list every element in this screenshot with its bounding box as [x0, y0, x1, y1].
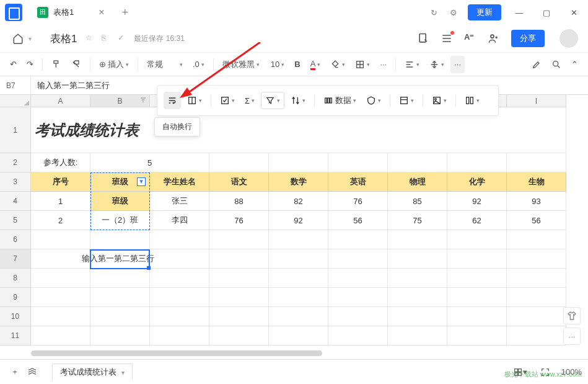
- validation-button[interactable]: ▾: [362, 92, 385, 109]
- fontsize-select[interactable]: 10▾: [267, 56, 288, 73]
- cell[interactable]: 85: [388, 192, 447, 211]
- header-cell[interactable]: 生物: [507, 172, 566, 192]
- clear-format-button[interactable]: [68, 56, 85, 73]
- cell[interactable]: 1: [31, 192, 90, 211]
- sheet-tab[interactable]: 考试成绩统计表▾: [52, 364, 133, 380]
- more-actions-icon[interactable]: ···: [563, 328, 581, 345]
- redo-button[interactable]: ↷: [23, 56, 37, 73]
- feedback-shirt-icon[interactable]: [563, 307, 581, 324]
- cell[interactable]: 62: [447, 211, 507, 230]
- document-title[interactable]: 表格1: [50, 32, 77, 46]
- freeze-button[interactable]: ▾: [395, 92, 418, 109]
- header-cell[interactable]: 化学: [447, 172, 507, 192]
- minimize-button[interactable]: —: [510, 3, 529, 22]
- row-header[interactable]: 7: [0, 249, 31, 269]
- search-button[interactable]: [548, 56, 565, 73]
- cell[interactable]: 88: [209, 192, 269, 211]
- settings-gear-icon[interactable]: ⚙: [448, 7, 459, 18]
- header-cell[interactable]: 物理: [388, 172, 447, 192]
- header-cell[interactable]: 序号: [31, 172, 90, 192]
- cell[interactable]: 92: [269, 211, 328, 230]
- horizontal-scrollbar[interactable]: [31, 351, 579, 357]
- cell[interactable]: 一（2）班: [90, 211, 150, 230]
- bold-button[interactable]: B: [291, 56, 304, 73]
- filter-hint-icon[interactable]: [139, 96, 147, 105]
- expand-up-button[interactable]: ⌃: [568, 56, 582, 73]
- cell[interactable]: 76: [209, 211, 269, 230]
- sort-button[interactable]: ▾: [287, 92, 309, 109]
- add-sheet-button[interactable]: +: [6, 364, 24, 381]
- halign-button[interactable]: ▾: [401, 56, 423, 73]
- row-header[interactable]: 4: [0, 192, 31, 211]
- row-header[interactable]: 2: [0, 153, 31, 172]
- svg-point-12: [435, 99, 437, 100]
- rowcol-button[interactable]: ▾: [461, 92, 483, 109]
- cell[interactable]: 张三: [150, 192, 209, 211]
- format-painter-button[interactable]: [48, 56, 65, 73]
- main-toolbar: ↶ ↷ ⊕ 插入▾ 常规▾ .0▾ 微软雅黑▾ 10▾ B A▾ ▾ ▾ ···…: [0, 52, 588, 76]
- cell[interactable]: 李四: [150, 211, 209, 230]
- cell[interactable]: 93: [507, 192, 566, 211]
- row-header[interactable]: 11: [0, 326, 31, 346]
- home-icon[interactable]: [10, 30, 26, 47]
- header-cell[interactable]: 数学: [269, 172, 328, 192]
- sheet-list-button[interactable]: [24, 364, 41, 381]
- share-button[interactable]: 分享: [511, 30, 545, 47]
- share-people-icon[interactable]: [488, 32, 500, 45]
- row-header[interactable]: 5: [0, 211, 31, 230]
- row-header[interactable]: 6: [0, 230, 31, 249]
- document-tab[interactable]: 表格1 ×: [29, 2, 113, 22]
- filter-icon[interactable]: [137, 177, 146, 186]
- font-aa-icon[interactable]: A⁼: [464, 32, 476, 45]
- star-icon[interactable]: ☆: [86, 33, 95, 43]
- refresh-icon[interactable]: ↻: [428, 7, 439, 18]
- update-button[interactable]: 更新: [468, 4, 501, 20]
- valign-button[interactable]: ▾: [426, 56, 448, 73]
- name-box[interactable]: B7: [0, 76, 31, 94]
- cell[interactable]: 2: [31, 211, 90, 230]
- row-header[interactable]: 9: [0, 288, 31, 307]
- cell[interactable]: 56: [328, 211, 388, 230]
- close-window-button[interactable]: ✕: [564, 3, 583, 22]
- fill-color-button[interactable]: ▾: [327, 56, 349, 73]
- overflow-menu-button[interactable]: ···: [450, 56, 465, 73]
- cell[interactable]: 92: [447, 192, 507, 211]
- row-header[interactable]: 1: [0, 107, 31, 153]
- cell[interactable]: 76: [328, 192, 388, 211]
- row-header[interactable]: 8: [0, 269, 31, 288]
- edit-mode-icon[interactable]: [528, 56, 545, 73]
- insert-button[interactable]: ⊕ 插入▾: [95, 56, 133, 73]
- wrap-text-button[interactable]: [164, 92, 181, 109]
- image-button[interactable]: ▾: [428, 92, 450, 109]
- maximize-button[interactable]: ▢: [537, 3, 556, 22]
- col-header[interactable]: A: [31, 95, 90, 107]
- move-icon[interactable]: ⎘: [102, 33, 112, 43]
- active-cell[interactable]: 输入第一第二第三行: [90, 249, 150, 269]
- header-cell[interactable]: 英语: [328, 172, 388, 192]
- select-all-corner[interactable]: [0, 95, 31, 107]
- cell[interactable]: 56: [507, 211, 566, 230]
- list-icon[interactable]: [441, 32, 453, 45]
- data-menu-button[interactable]: 数据▾: [320, 92, 360, 109]
- row-header[interactable]: 10: [0, 307, 31, 326]
- home-caret-icon[interactable]: ▾: [29, 35, 32, 42]
- border-button[interactable]: ▾: [351, 56, 374, 73]
- header-cell[interactable]: 班级: [90, 172, 150, 192]
- doc-tool-icon[interactable]: [417, 32, 429, 45]
- cell[interactable]: 5: [90, 153, 209, 172]
- cell[interactable]: 班级: [90, 192, 150, 211]
- cell[interactable]: 参考人数:: [31, 153, 90, 172]
- undo-button[interactable]: ↶: [6, 56, 20, 73]
- more-format-button[interactable]: ···: [376, 56, 390, 73]
- header-cell[interactable]: 语文: [209, 172, 269, 192]
- row-header[interactable]: 3: [0, 172, 31, 192]
- add-tab-button[interactable]: +: [122, 6, 129, 19]
- header-cell[interactable]: 学生姓名: [150, 172, 209, 192]
- close-tab-icon[interactable]: ×: [99, 7, 104, 18]
- col-header[interactable]: B: [90, 95, 150, 107]
- cell[interactable]: 75: [388, 211, 447, 230]
- cell[interactable]: 82: [269, 192, 328, 211]
- font-color-button[interactable]: A▾: [307, 56, 325, 73]
- col-header[interactable]: I: [507, 95, 566, 107]
- user-avatar[interactable]: [559, 29, 578, 48]
